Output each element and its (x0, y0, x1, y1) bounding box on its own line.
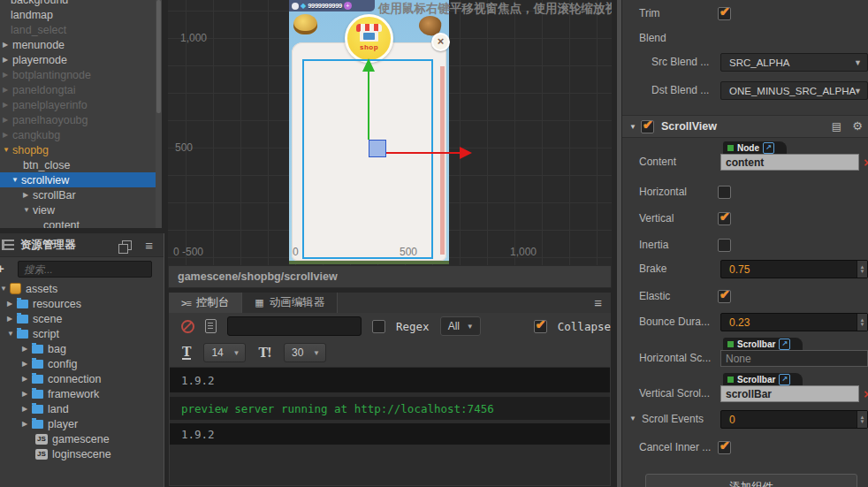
gizmo-y-arrowhead[interactable] (362, 58, 375, 72)
vertical-scrollbar-field[interactable]: scrollBar (720, 385, 859, 402)
add-asset-icon[interactable] (0, 261, 4, 276)
chevron-right-icon[interactable] (7, 300, 17, 308)
gear-icon[interactable] (852, 119, 863, 133)
chevron-right-icon[interactable] (22, 390, 32, 398)
open-log-file-icon[interactable] (205, 319, 217, 333)
chevron-down-icon[interactable] (7, 330, 17, 338)
scrollbar-thumb[interactable] (156, 0, 161, 113)
asset-item-gamescene[interactable]: gamescene (0, 431, 164, 446)
gizmo-x-arrowhead[interactable] (460, 147, 472, 159)
panel-menu-icon[interactable] (594, 295, 602, 310)
asset-item-player[interactable]: player (0, 416, 164, 431)
popout-icon[interactable] (122, 240, 132, 250)
trim-checkbox[interactable] (718, 7, 731, 20)
asset-item-loginsecene[interactable]: loginsecene (0, 446, 164, 461)
brake-input[interactable]: 0.75 (720, 260, 868, 278)
asset-item-script[interactable]: script (0, 326, 164, 341)
external-link-icon[interactable] (779, 374, 790, 385)
chevron-down-icon[interactable] (11, 176, 21, 184)
src-blend-select[interactable]: SRC_ALPHA (720, 53, 868, 72)
tree-item-land-select[interactable]: land_select (0, 22, 162, 37)
line-count-select[interactable]: 30 (284, 343, 326, 362)
stepper[interactable] (857, 411, 867, 428)
clear-reference-icon[interactable] (864, 386, 868, 401)
chevron-right-icon[interactable] (22, 405, 32, 413)
log-line[interactable]: preview server running at http://localho… (170, 397, 610, 420)
panel-menu-icon[interactable] (145, 238, 153, 253)
asset-item-resources[interactable]: resources (0, 296, 164, 311)
asset-item-connection[interactable]: connection (0, 371, 164, 386)
stepper[interactable] (857, 314, 867, 331)
chevron-right-icon[interactable] (3, 41, 12, 49)
gizmo-move-handle[interactable] (369, 140, 386, 157)
chevron-right-icon[interactable] (22, 345, 32, 353)
chevron-right-icon[interactable] (3, 71, 12, 79)
chevron-right-icon[interactable] (3, 56, 12, 64)
inspector-scrollbar[interactable] (617, 0, 621, 487)
chevron-right-icon[interactable] (3, 116, 12, 124)
inertia-checkbox[interactable] (718, 239, 731, 252)
tree-item-panelplayerinfo[interactable]: panelplayerinfo (0, 97, 162, 112)
tree-item-menunode[interactable]: menunode (0, 37, 162, 52)
tree-item-landmap[interactable]: landmap (0, 7, 162, 22)
horizontal-checkbox[interactable] (718, 186, 731, 199)
chevron-right-icon[interactable] (22, 375, 32, 383)
chevron-down-icon[interactable] (3, 146, 12, 154)
chevron-down-icon[interactable] (629, 123, 639, 131)
clear-log-icon[interactable] (181, 320, 194, 333)
external-link-icon[interactable] (763, 142, 774, 154)
asset-search-input[interactable] (18, 261, 152, 278)
tree-item-scrollbar[interactable]: scrollBar (0, 187, 162, 202)
tree-item-background[interactable]: background (0, 0, 162, 7)
chevron-down-icon[interactable] (629, 415, 639, 422)
tree-item-cangkubg[interactable]: cangkubg (0, 127, 162, 142)
tree-item-panelhaoyoubg[interactable]: panelhaoyoubg (0, 112, 162, 127)
chevron-right-icon[interactable] (3, 131, 12, 139)
dst-blend-select[interactable]: ONE_MINUS_SRC_ALPHA (720, 81, 868, 100)
font-size-select[interactable]: 14 (203, 343, 246, 362)
asset-item-bag[interactable]: bag (0, 341, 164, 356)
hierarchy-scrollbar[interactable] (156, 0, 162, 228)
bounce-duration-input[interactable]: 0.23 (720, 313, 868, 331)
log-level-select[interactable]: All (440, 316, 481, 336)
tree-item-playernode[interactable]: playernode (0, 52, 162, 67)
content-node-field[interactable]: content (720, 154, 859, 171)
collapse-checkbox[interactable] (534, 320, 547, 333)
chevron-right-icon[interactable] (22, 360, 32, 368)
log-line[interactable]: 1.9.2 (170, 423, 610, 445)
chevron-right-icon[interactable] (3, 86, 12, 94)
tree-item-content[interactable]: content (0, 217, 162, 228)
asset-item-scene[interactable]: scene (0, 311, 164, 326)
component-enabled-checkbox[interactable] (641, 120, 654, 133)
horizontal-scrollbar-field[interactable]: None (720, 350, 868, 367)
log-filter-input[interactable] (227, 316, 362, 336)
tab-animation-editor[interactable]: 动画编辑器 (241, 293, 338, 313)
chevron-right-icon[interactable] (23, 191, 33, 199)
chevron-down-icon[interactable] (0, 285, 10, 293)
clear-reference-icon[interactable] (864, 155, 868, 170)
asset-item-config[interactable]: config (0, 356, 164, 371)
vertical-checkbox[interactable] (718, 212, 731, 225)
log-line[interactable]: 1.9.2 (170, 368, 610, 392)
scroll-events-input[interactable]: 0 (720, 410, 868, 429)
chevron-right-icon[interactable] (3, 101, 12, 109)
chevron-down-icon[interactable] (23, 206, 33, 214)
asset-item-framework[interactable]: framework (0, 386, 164, 401)
scene-view[interactable]: 9999999999 shop 1,000 500 0 -500 0 500 1… (168, 0, 612, 265)
add-component-button[interactable]: 添加组件 (645, 474, 857, 487)
chevron-right-icon[interactable] (22, 420, 32, 428)
tree-item-shopbg[interactable]: shopbg (0, 142, 162, 157)
tree-item-paneldongtai[interactable]: paneldongtai (0, 82, 162, 97)
asset-item-land[interactable]: land (0, 401, 164, 416)
cancel-inner-checkbox[interactable] (718, 441, 731, 454)
elastic-checkbox[interactable] (718, 290, 731, 303)
external-link-icon[interactable] (779, 339, 790, 350)
stepper[interactable] (857, 261, 867, 278)
tree-item-btn-close[interactable]: btn_close (0, 157, 162, 172)
asset-item-assets[interactable]: assets (0, 281, 164, 296)
console-log-area[interactable]: 1.9.2 preview server running at http://l… (170, 367, 610, 485)
scrollview-component-header[interactable]: ScrollView (622, 115, 868, 138)
tree-item-botplantingnode[interactable]: botplantingnode (0, 67, 162, 82)
regex-checkbox[interactable] (372, 320, 385, 333)
help-doc-icon[interactable] (832, 120, 841, 133)
